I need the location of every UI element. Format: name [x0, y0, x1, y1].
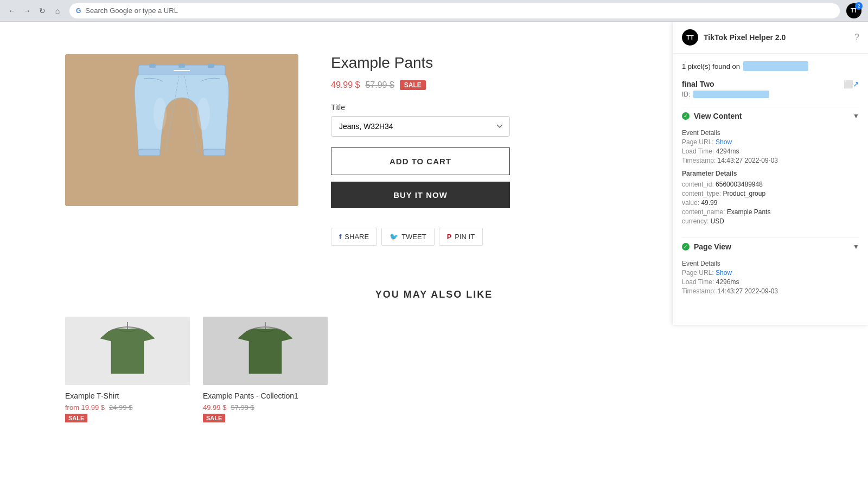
event-page-view: Page View ▼ Event Details Page URL: Show…	[682, 237, 859, 301]
product-section: Example Pants 49.99 $ 57.99 $ SALE Title…	[0, 22, 575, 278]
param-content-id: content_id: 6560003489948	[682, 181, 859, 188]
related-image-pants	[203, 317, 328, 385]
svg-rect-3	[208, 63, 214, 68]
extension-badge: 2	[855, 2, 863, 10]
event-name: View Content	[694, 112, 742, 120]
product-info: Example Pants 49.99 $ 57.99 $ SALE Title…	[331, 54, 510, 246]
param-content-name: content_name: Example Pants	[682, 208, 859, 216]
tweet-label: TWEET	[401, 233, 426, 241]
event-pageview-name-row: Page View	[682, 242, 731, 251]
param-title: Parameter Details	[682, 170, 859, 177]
pixel-entry: final Two ⬜↗ ID:	[682, 80, 859, 98]
back-icon[interactable]: ←	[7, 5, 17, 16]
pageview-timestamp-label: Timestamp:	[682, 287, 716, 295]
event-pageview-status-dot	[682, 243, 690, 251]
event-name-row: View Content	[682, 112, 742, 120]
chevron-down-icon: ▼	[853, 112, 859, 120]
pixel-count-text: 1 pixel(s) found on	[682, 62, 740, 70]
twitter-share-button[interactable]: 🐦 TWEET	[381, 228, 435, 246]
page-content: Example Pants 49.99 $ 57.99 $ SALE Title…	[0, 22, 868, 488]
related-price-original-tshirt: 24.99 $	[109, 403, 132, 412]
related-price-original-pants: 57.99 $	[231, 403, 254, 412]
related-price-current-tshirt: from 19.99 $	[65, 403, 105, 412]
related-price-row-pants: 49.99 $ 57.99 $	[203, 403, 328, 412]
pageview-load-time-row: Load Time: 4296ms	[682, 278, 859, 286]
chrome-browser-bar: ← → ↻ ⌂ G Search Google or type a URL TT…	[0, 0, 868, 22]
external-link-icon[interactable]: ⬜↗	[844, 80, 859, 88]
param-key-content-name: content_name:	[682, 208, 725, 216]
related-image-tshirt	[65, 317, 190, 385]
page-url-label: Page URL:	[682, 138, 714, 146]
svg-rect-4	[178, 63, 185, 68]
pageview-details-title: Event Details	[682, 260, 720, 267]
svg-rect-8	[138, 149, 160, 156]
address-text: Search Google or type a URL	[85, 7, 178, 15]
related-item-pants[interactable]: Example Pants - Collection1 49.99 $ 57.9…	[203, 317, 328, 422]
related-sale-badge-tshirt: SALE	[65, 414, 87, 422]
load-time-label: Load Time:	[682, 147, 714, 155]
related-name-tshirt: Example T-Shirt	[65, 391, 190, 400]
reload-icon[interactable]: ↻	[37, 5, 48, 16]
buy-now-button[interactable]: BUY IT NOW	[331, 182, 510, 208]
tiktok-pixel-panel: TT TikTok Pixel Helper 2.0 ? 1 pixel(s) …	[673, 22, 868, 325]
pin-label: PIN IT	[455, 233, 475, 241]
param-val-value: 49.99	[701, 199, 717, 207]
related-grid: Example T-Shirt from 19.99 $ 24.99 $ SAL…	[65, 317, 803, 422]
forward-icon[interactable]: →	[22, 5, 33, 16]
event-view-content: View Content ▼ Event Details Page URL: S…	[682, 107, 859, 231]
svg-rect-9	[203, 149, 225, 156]
svg-point-11	[197, 98, 210, 130]
event-page-view-header[interactable]: Page View ▼	[682, 237, 859, 255]
event-details-label: Event Details	[682, 129, 859, 137]
pageview-timestamp-row: Timestamp: 14:43:27 2022-09-03	[682, 287, 859, 295]
tiktok-extension-icon[interactable]: TT 2	[846, 3, 861, 18]
sale-badge: SALE	[400, 80, 426, 90]
pixel-id-row: ID:	[682, 91, 859, 98]
help-icon[interactable]: ?	[854, 33, 859, 42]
pinterest-share-button[interactable]: P PIN IT	[439, 228, 483, 246]
pageview-load-time-value: 4296ms	[716, 278, 739, 286]
pageview-url-link[interactable]: Show	[716, 269, 732, 277]
home-icon[interactable]: ⌂	[52, 5, 63, 16]
page-url-link[interactable]: Show	[716, 138, 732, 146]
add-to-cart-button[interactable]: ADD TO CART	[331, 147, 510, 175]
load-time-row: Load Time: 4294ms	[682, 147, 859, 155]
share-label: SHARE	[344, 233, 369, 241]
pixel-name: final Two	[682, 80, 714, 88]
facebook-share-button[interactable]: f SHARE	[331, 228, 377, 246]
param-section: Parameter Details content_id: 6560003489…	[682, 170, 859, 225]
panel-title: TikTok Pixel Helper 2.0	[704, 33, 786, 42]
address-bar[interactable]: G Search Google or type a URL	[69, 3, 840, 18]
page-url-row: Page URL: Show	[682, 138, 859, 146]
pixel-id-bar	[693, 91, 769, 98]
param-value: value: 49.99	[682, 199, 859, 207]
panel-title-row: TT TikTok Pixel Helper 2.0	[682, 29, 786, 46]
variant-label: Title	[331, 103, 510, 112]
variant-select[interactable]: Jeans, W32H34	[331, 116, 510, 137]
event-details-title: Event Details	[682, 129, 720, 137]
related-price-current-pants: 49.99 $	[203, 403, 226, 412]
event-pageview-name: Page View	[694, 242, 731, 251]
param-val-currency: USD	[711, 217, 724, 225]
pixel-count-bar	[743, 61, 808, 71]
param-val-content-id: 6560003489948	[716, 181, 763, 188]
panel-body: 1 pixel(s) found on final Two ⬜↗ ID:	[673, 54, 868, 309]
param-val-content-name: Example Pants	[727, 208, 771, 216]
nav-icons: ← → ↻ ⌂	[7, 5, 63, 16]
event-status-dot	[682, 112, 690, 120]
pageview-timestamp-value: 14:43:27 2022-09-03	[718, 287, 778, 295]
related-sale-badge-pants: SALE	[203, 414, 225, 422]
related-price-row-tshirt: from 19.99 $ 24.99 $	[65, 403, 190, 412]
tiktok-logo-text: TT	[686, 34, 693, 41]
param-key-currency: currency:	[682, 217, 709, 225]
event-details-page-view: Event Details Page URL: Show Load Time: …	[682, 255, 859, 301]
svg-point-10	[154, 98, 167, 130]
social-share: f SHARE 🐦 TWEET P PIN IT	[331, 228, 510, 246]
chevron-pageview-icon: ▼	[853, 243, 859, 251]
pixel-count-row: 1 pixel(s) found on	[682, 61, 859, 71]
price-row: 49.99 $ 57.99 $ SALE	[331, 80, 510, 90]
related-item-tshirt[interactable]: Example T-Shirt from 19.99 $ 24.99 $ SAL…	[65, 317, 190, 422]
event-view-content-header[interactable]: View Content ▼	[682, 107, 859, 125]
twitter-icon: 🐦	[390, 233, 398, 241]
event-details-view-content: Event Details Page URL: Show Load Time: …	[682, 125, 859, 231]
